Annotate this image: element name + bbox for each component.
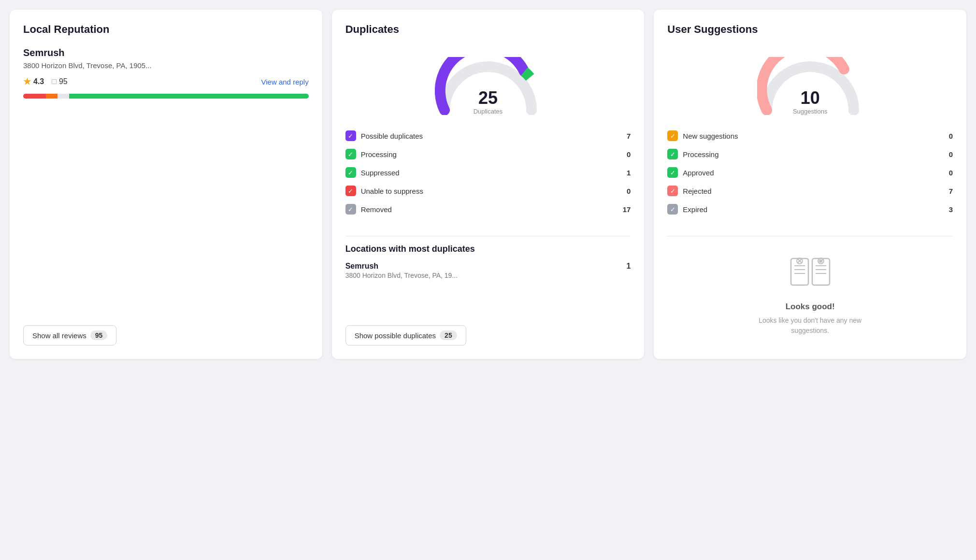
duplicates-label: Duplicates [474, 108, 503, 115]
star-icon: ★ [23, 76, 31, 87]
stat-new-suggestions-count: 0 [943, 132, 953, 140]
stat-possible-duplicates-label: Possible duplicates [361, 132, 423, 140]
divider-2 [667, 236, 953, 236]
view-reply-button[interactable]: View and reply [261, 78, 309, 86]
documents-icon-svg [789, 254, 832, 292]
review-count: □ 95 [52, 77, 67, 86]
stat-approved-count: 0 [943, 169, 953, 177]
rating-bar-green [69, 94, 309, 99]
stat-unable-suppress-count: 0 [621, 187, 631, 195]
local-reputation-title: Local Reputation [23, 23, 309, 36]
stat-suppressed: ✓ Suppressed 1 [345, 163, 631, 182]
stat-suppressed-count: 1 [621, 169, 631, 177]
stat-rejected: ✓ Rejected 7 [667, 182, 953, 200]
rating-value: 4.3 [33, 77, 44, 86]
stat-rejected-count: 7 [943, 187, 953, 195]
stat-removed-label: Removed [361, 205, 392, 214]
suggestions-gauge-center: 10 Suggestions [793, 89, 828, 115]
stat-processing-count: 0 [621, 150, 631, 158]
stat-expired-count: 3 [943, 205, 953, 214]
check-pink-icon: ✓ [667, 186, 678, 196]
stat-expired: ✓ Expired 3 [667, 200, 953, 218]
rating-bar-orange [46, 94, 57, 99]
check-yellow-icon: ✓ [667, 130, 678, 141]
show-possible-duplicates-label: Show possible duplicates [355, 331, 436, 340]
check-green-processing-icon: ✓ [345, 149, 356, 159]
check-red-icon: ✓ [345, 186, 356, 196]
check-gray-removed-icon: ✓ [345, 204, 356, 215]
rating-bar [23, 94, 309, 99]
stat-new-suggestions: ✓ New suggestions 0 [667, 127, 953, 145]
stat-possible-duplicates: ✓ Possible duplicates 7 [345, 127, 631, 145]
stat-approved-label: Approved [683, 169, 714, 177]
stat-removed: ✓ Removed 17 [345, 200, 631, 218]
business-name: Semrush [23, 47, 309, 58]
rating-row: ★ 4.3 □ 95 View and reply [23, 76, 309, 87]
stat-processing-sugg: ✓ Processing 0 [667, 145, 953, 163]
duplicates-card: Duplicates 25 Duplicates ✓ Possible dupl… [332, 10, 645, 359]
suggestions-label: Suggestions [793, 108, 828, 115]
duplicates-gauge-center: 25 Duplicates [474, 89, 503, 115]
suggestions-stats-list: ✓ New suggestions 0 ✓ Processing 0 ✓ App… [667, 127, 953, 218]
stat-rejected-label: Rejected [683, 187, 711, 195]
duplicates-gauge: 25 Duplicates [345, 47, 631, 115]
show-all-reviews-count: 95 [90, 330, 108, 340]
duplicates-count: 25 [474, 89, 503, 107]
check-gray-expired-icon: ✓ [667, 204, 678, 215]
user-suggestions-card: User Suggestions 10 Suggestions ✓ New su… [654, 10, 966, 359]
review-count-value: 95 [59, 77, 68, 86]
stat-processing-label: Processing [361, 150, 397, 158]
location-count: 1 [626, 262, 631, 271]
empty-state-icon [789, 254, 832, 294]
stat-approved: ✓ Approved 0 [667, 163, 953, 182]
rating-bar-red [23, 94, 46, 99]
user-suggestions-title: User Suggestions [667, 23, 953, 36]
divider-1 [345, 236, 631, 236]
star-rating: ★ 4.3 [23, 76, 44, 87]
check-green-approved-icon: ✓ [667, 167, 678, 178]
stat-processing-sugg-label: Processing [683, 150, 718, 158]
local-reputation-card: Local Reputation Semrush 3800 Horizon Bl… [10, 10, 322, 359]
stat-possible-duplicates-count: 7 [621, 132, 631, 140]
duplicates-title: Duplicates [345, 23, 631, 36]
show-all-reviews-label: Show all reviews [32, 331, 86, 340]
stat-unable-suppress: ✓ Unable to suppress 0 [345, 182, 631, 200]
check-green-suppressed-icon: ✓ [345, 167, 356, 178]
svg-rect-0 [791, 258, 808, 285]
dashboard: Local Reputation Semrush 3800 Horizon Bl… [10, 10, 966, 359]
show-all-reviews-button[interactable]: Show all reviews 95 [23, 325, 116, 345]
check-purple-icon: ✓ [345, 130, 356, 141]
stat-suppressed-label: Suppressed [361, 169, 400, 177]
empty-state: Looks good! Looks like you don't have an… [667, 244, 953, 345]
show-possible-duplicates-button[interactable]: Show possible duplicates 25 [345, 325, 466, 345]
location-address: 3800 Horizon Blvd, Trevose, PA, 19... [345, 272, 458, 279]
stat-processing-sugg-count: 0 [943, 150, 953, 158]
comment-icon: □ [52, 77, 57, 86]
rating-bar-empty [57, 94, 69, 99]
stat-processing: ✓ Processing 0 [345, 145, 631, 163]
duplicates-stats-list: ✓ Possible duplicates 7 ✓ Processing 0 ✓… [345, 127, 631, 218]
location-name: Semrush [345, 262, 458, 271]
empty-state-title: Looks good! [786, 302, 835, 312]
stat-removed-count: 17 [621, 205, 631, 214]
suggestions-gauge: 10 Suggestions [667, 47, 953, 115]
check-green-processing-sugg-icon: ✓ [667, 149, 678, 159]
locations-title: Locations with most duplicates [345, 244, 631, 254]
stat-unable-suppress-label: Unable to suppress [361, 187, 423, 195]
empty-state-description: Looks like you don't have any new sugges… [743, 316, 878, 336]
suggestions-count: 10 [793, 89, 828, 107]
stat-new-suggestions-label: New suggestions [683, 132, 738, 140]
location-item: Semrush 3800 Horizon Blvd, Trevose, PA, … [345, 262, 631, 279]
stat-expired-label: Expired [683, 205, 707, 214]
show-possible-duplicates-count: 25 [440, 330, 457, 340]
business-address: 3800 Horizon Blvd, Trevose, PA, 1905... [23, 61, 309, 70]
